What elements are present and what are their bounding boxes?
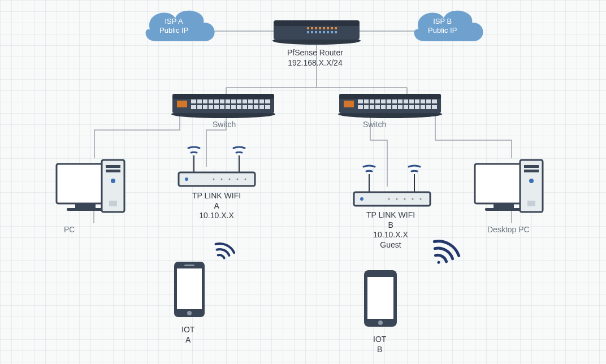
svg-rect-17 — [331, 31, 333, 33]
svg-rect-9 — [331, 27, 333, 29]
svg-rect-82 — [109, 201, 117, 206]
svg-rect-10 — [335, 27, 337, 29]
svg-rect-5 — [315, 27, 317, 29]
svg-rect-59 — [179, 172, 255, 186]
svg-rect-11 — [307, 31, 309, 33]
phone-b-icon — [364, 270, 397, 327]
svg-point-91 — [437, 261, 441, 265]
svg-rect-75 — [57, 164, 114, 203]
svg-point-98 — [378, 320, 383, 325]
svg-rect-86 — [520, 160, 543, 212]
svg-rect-88 — [524, 170, 539, 172]
svg-rect-77 — [67, 208, 104, 211]
svg-rect-97 — [367, 277, 393, 319]
svg-point-19 — [171, 110, 275, 118]
pc-right-icon — [475, 160, 543, 212]
svg-rect-3 — [307, 27, 309, 29]
svg-rect-39 — [339, 96, 441, 113]
ap-a-label: TP LINK WIFI A 10.10.X.X — [192, 191, 241, 221]
svg-rect-14 — [319, 31, 321, 33]
svg-rect-8 — [327, 27, 329, 29]
router-icon — [272, 20, 361, 45]
svg-point-65 — [245, 179, 246, 180]
svg-rect-90 — [527, 201, 535, 206]
wifi-waves-b-icon — [426, 237, 461, 271]
svg-rect-13 — [315, 31, 317, 33]
svg-point-64 — [237, 179, 239, 180]
ap-b-icon — [354, 166, 430, 206]
iot-b-label: IOT B — [373, 335, 386, 354]
svg-rect-23 — [191, 99, 270, 103]
svg-point-69 — [360, 197, 363, 201]
switch-right-label: Switch — [363, 120, 386, 130]
switch-left-label: Switch — [213, 120, 236, 130]
svg-rect-78 — [102, 160, 124, 212]
svg-rect-1 — [274, 23, 360, 40]
iot-a-label: IOT A — [181, 325, 194, 345]
svg-rect-12 — [311, 31, 313, 33]
svg-rect-76 — [75, 203, 96, 208]
svg-rect-40 — [339, 94, 441, 99]
svg-rect-93 — [177, 268, 202, 309]
ap-a-icon — [179, 147, 255, 186]
ap-b-label: TP LINK WIFI B 10.10.X.X Guest — [366, 210, 415, 250]
phone-a-icon — [174, 262, 205, 317]
svg-rect-18 — [335, 31, 337, 33]
svg-point-62 — [221, 179, 223, 180]
svg-point-73 — [412, 198, 414, 200]
svg-rect-84 — [494, 203, 514, 208]
svg-point-71 — [396, 198, 398, 200]
svg-rect-83 — [475, 164, 533, 203]
svg-rect-87 — [524, 165, 539, 168]
svg-point-95 — [187, 311, 192, 315]
svg-rect-96 — [364, 270, 397, 327]
pc-left-icon — [57, 160, 124, 212]
svg-rect-42 — [358, 99, 437, 103]
svg-point-72 — [404, 198, 406, 200]
switch-left-icon — [171, 94, 275, 118]
cloud-isp-a-label: ISP A Public IP — [159, 17, 188, 36]
svg-point-81 — [111, 179, 115, 183]
pc-left-label: PC — [64, 225, 75, 235]
pc-right-label: Desktop PC — [487, 225, 530, 235]
svg-rect-94 — [184, 265, 194, 266]
svg-point-63 — [229, 179, 231, 180]
wifi-waves-a-icon — [212, 241, 236, 261]
svg-rect-22 — [177, 101, 187, 107]
router-label: PfSense Router 192.168.X.X/24 — [287, 48, 343, 68]
cloud-isp-b-label: ISP B Public IP — [428, 17, 457, 36]
svg-rect-16 — [327, 31, 329, 33]
switch-right-icon — [338, 94, 442, 118]
svg-rect-15 — [323, 31, 325, 33]
svg-rect-6 — [319, 27, 321, 29]
svg-rect-80 — [106, 170, 120, 172]
svg-point-38 — [338, 110, 442, 118]
svg-rect-20 — [172, 96, 274, 113]
svg-point-74 — [420, 198, 422, 200]
svg-rect-7 — [323, 27, 325, 29]
svg-rect-68 — [354, 192, 430, 206]
svg-rect-79 — [106, 165, 120, 168]
svg-rect-4 — [311, 27, 313, 29]
svg-point-89 — [529, 179, 534, 183]
svg-point-0 — [272, 37, 361, 45]
svg-rect-21 — [172, 94, 274, 99]
svg-rect-85 — [485, 208, 522, 211]
svg-rect-92 — [174, 262, 205, 317]
svg-point-60 — [185, 177, 188, 181]
svg-rect-43 — [358, 105, 437, 109]
svg-point-61 — [213, 179, 215, 180]
svg-rect-41 — [344, 101, 354, 107]
svg-rect-2 — [274, 20, 360, 26]
svg-point-70 — [388, 198, 390, 200]
svg-rect-24 — [191, 105, 270, 109]
